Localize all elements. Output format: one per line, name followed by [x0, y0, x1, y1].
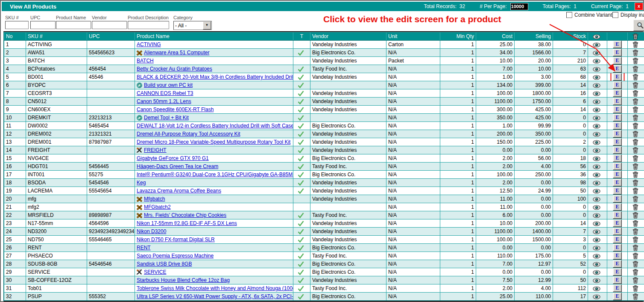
product-link[interactable]: Ultra LSP Series V2 650-Watt Power Suppl…	[137, 293, 293, 299]
product-link[interactable]: Gigabyte GeForce GTX 970 G1	[137, 155, 209, 161]
edit-button[interactable]: E	[613, 284, 622, 292]
delete-button[interactable]	[633, 147, 640, 154]
upc-filter-input[interactable]	[30, 21, 56, 29]
product-link[interactable]: Canon 50mm 1.2L Lens	[137, 98, 191, 104]
edit-button[interactable]: E	[613, 146, 622, 154]
view-button[interactable]	[593, 205, 602, 210]
delete-button[interactable]	[633, 82, 640, 89]
product-link[interactable]: Mrs. Fields' Chocolate Chip Cookies	[144, 212, 226, 218]
view-button[interactable]	[593, 124, 602, 129]
edit-button[interactable]: E	[613, 49, 622, 56]
product-link[interactable]: SERVICE	[144, 269, 166, 275]
product-link[interactable]: Keg	[137, 180, 146, 186]
delete-button[interactable]	[633, 107, 640, 113]
view-button[interactable]	[593, 246, 602, 251]
view-button[interactable]	[593, 91, 602, 96]
view-button[interactable]	[593, 197, 602, 202]
edit-button[interactable]: E	[613, 228, 622, 235]
product-description-filter-input[interactable]	[128, 21, 169, 29]
edit-button[interactable]: E	[613, 244, 622, 252]
edit-button[interactable]: E	[613, 195, 622, 203]
sku-filter-input[interactable]	[5, 21, 29, 29]
view-button[interactable]	[593, 156, 602, 161]
edit-button[interactable]: E	[613, 154, 622, 162]
delete-button[interactable]	[633, 245, 640, 251]
view-button[interactable]	[593, 164, 602, 169]
delete-button[interactable]	[633, 253, 640, 259]
delete-button[interactable]	[633, 66, 640, 72]
view-button[interactable]	[593, 270, 602, 275]
view-button[interactable]	[593, 286, 602, 291]
edit-button[interactable]: E	[613, 260, 622, 268]
delete-button[interactable]	[633, 188, 640, 194]
edit-button[interactable]: E	[613, 65, 622, 73]
close-button[interactable]: x	[635, 3, 643, 10]
edit-button[interactable]: E	[613, 163, 622, 170]
product-link[interactable]: BATCH	[137, 58, 154, 64]
product-link[interactable]: DEWALT 18-Volt 1/2-in Cordless Battery I…	[137, 123, 293, 129]
view-button[interactable]	[593, 189, 602, 194]
edit-button[interactable]: E	[613, 57, 622, 65]
view-button[interactable]	[593, 107, 602, 113]
product-link[interactable]: CANNON EOS Rebel T3	[137, 90, 193, 96]
display-inactive-checkbox[interactable]	[612, 12, 618, 18]
view-button[interactable]	[593, 181, 602, 186]
delete-button[interactable]	[633, 98, 640, 105]
view-button[interactable]	[593, 254, 602, 259]
view-button[interactable]	[593, 278, 602, 283]
edit-button[interactable]: E	[613, 171, 622, 178]
view-button[interactable]	[593, 75, 602, 80]
view-button[interactable]	[593, 148, 602, 153]
product-link[interactable]: BLACK & DECKER 20-Volt Max 3/8-in Cordle…	[137, 74, 293, 80]
view-button[interactable]	[593, 221, 602, 226]
product-link[interactable]: RENT	[137, 245, 151, 251]
product-link[interactable]: Häagen-Dazs Green Tea Ice Cream	[137, 163, 218, 169]
product-link[interactable]: Mfgbatch	[144, 196, 165, 202]
edit-button[interactable]: E	[613, 114, 622, 121]
view-button[interactable]	[593, 262, 602, 267]
combine-variants-checkbox[interactable]	[566, 12, 572, 18]
product-link[interactable]: Nikon D3200	[137, 228, 166, 234]
product-name-filter-input[interactable]	[56, 21, 91, 29]
delete-button[interactable]	[633, 228, 640, 235]
edit-button[interactable]: E	[613, 98, 622, 105]
edit-button[interactable]: E	[613, 203, 622, 211]
edit-button[interactable]: E	[613, 73, 622, 81]
delete-button[interactable]	[633, 204, 640, 210]
delete-button[interactable]	[633, 115, 640, 121]
edit-button[interactable]: E	[613, 89, 622, 97]
edit-button[interactable]: E	[613, 81, 622, 89]
product-link[interactable]: Toblerone Swiss Milk Chocolate with Hone…	[137, 285, 293, 291]
delete-button[interactable]	[633, 293, 640, 300]
edit-button[interactable]: E	[613, 252, 622, 260]
edit-button[interactable]: E	[613, 130, 622, 138]
product-link[interactable]: Dremel Micro 18-Piece Variable-Speed Mul…	[137, 139, 290, 145]
product-link[interactable]: Saeco Poemia Espresso Machine	[137, 253, 214, 259]
edit-button[interactable]: E	[613, 122, 622, 130]
product-link[interactable]: ACTIVING	[137, 41, 161, 47]
edit-button[interactable]: E	[613, 268, 622, 276]
view-button[interactable]	[593, 99, 602, 104]
product-link[interactable]: Nikon 17-55mm f/2.8G ED-IF AF-S DX Lens	[137, 220, 237, 226]
delete-button[interactable]	[633, 269, 640, 275]
delete-button[interactable]	[633, 285, 640, 292]
product-link[interactable]: MFGbatch2	[144, 204, 171, 210]
delete-button[interactable]	[633, 212, 640, 219]
view-button[interactable]	[593, 83, 602, 88]
view-button[interactable]	[593, 115, 602, 121]
delete-button[interactable]	[633, 123, 640, 129]
edit-button[interactable]: E	[613, 276, 622, 284]
delete-button[interactable]	[633, 237, 640, 243]
product-link[interactable]: Demel Tool + Bit Kit	[144, 115, 189, 121]
product-link[interactable]: Dremel All-Purpose Rotary Tool Accessory…	[137, 131, 240, 137]
edit-button[interactable]: E	[613, 211, 622, 219]
per-page-input[interactable]	[510, 3, 528, 10]
product-link[interactable]: FREIGHT	[144, 147, 167, 153]
product-link[interactable]: Starbucks House Blend Coffee 12oz Bag	[137, 277, 230, 283]
delete-button[interactable]	[633, 90, 640, 97]
edit-button[interactable]: E	[613, 187, 622, 195]
view-button[interactable]	[593, 67, 602, 72]
delete-button[interactable]	[633, 163, 640, 170]
view-button[interactable]	[593, 172, 602, 178]
product-link[interactable]: Lavazza Crema Aroma Coffee Beans	[137, 188, 221, 194]
